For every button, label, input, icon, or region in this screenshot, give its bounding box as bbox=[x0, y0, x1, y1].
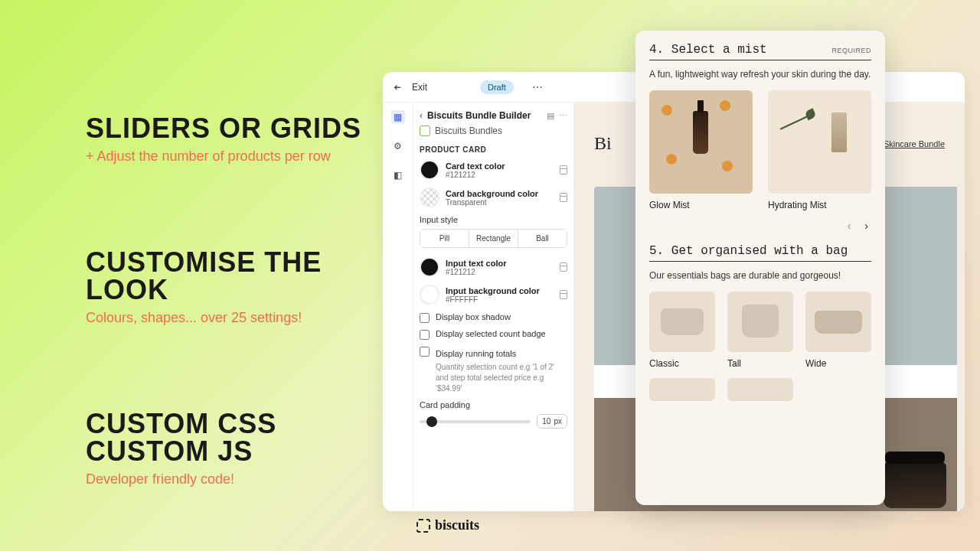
step-5-desc: Our essentials bags are durable and gorg… bbox=[649, 269, 871, 282]
input-style-segment: Pill Rectangle Ball bbox=[420, 229, 567, 248]
sub-1: + Adjust the number of products per row bbox=[86, 148, 377, 165]
product-image bbox=[649, 90, 753, 194]
exit-icon: ➜ bbox=[394, 82, 401, 93]
editor-side-tabs: ▦ ⚙ ◧ bbox=[383, 103, 413, 511]
exit-button[interactable]: Exit bbox=[412, 82, 427, 93]
dynamic-source-icon[interactable] bbox=[560, 262, 567, 272]
step-5-title: 5. Get organised with a bag bbox=[649, 244, 848, 258]
color-swatch-icon bbox=[420, 187, 439, 207]
bag-card-partial[interactable] bbox=[727, 378, 793, 401]
dynamic-source-icon[interactable] bbox=[560, 290, 567, 299]
headline-3a: CUSTOM CSS bbox=[86, 410, 377, 438]
count-badge-checkbox[interactable] bbox=[420, 330, 430, 340]
back-icon[interactable]: ‹ bbox=[420, 110, 423, 121]
sub-3: Developer friendly code! bbox=[86, 471, 377, 487]
marketing-copy: SLIDERS OR GRIDS + Adjust the number of … bbox=[86, 115, 377, 487]
draft-badge[interactable]: Draft bbox=[480, 80, 514, 94]
card-text-color-row[interactable]: Card text color #121212 bbox=[420, 160, 567, 180]
padding-input[interactable]: 10px bbox=[537, 414, 567, 429]
sub-2: Colours, shapes... over 25 settings! bbox=[86, 310, 377, 326]
mobile-preview-card: 4. Select a mist REQUIRED A fun, lightwe… bbox=[635, 31, 885, 505]
card-padding-label: Card padding bbox=[420, 400, 567, 409]
preview-breadcrumb[interactable]: Skincare Bundle bbox=[884, 139, 945, 148]
bag-card-wide[interactable]: Wide bbox=[805, 292, 871, 370]
headline-2: CUSTOMISE THE LOOK bbox=[86, 249, 377, 304]
apps-tab-icon[interactable]: ◧ bbox=[391, 168, 405, 182]
settings-panel: ‹ Biscuits Bundle Builder ▤ ⋯ Biscuits B… bbox=[413, 103, 574, 511]
product-jar-graphic bbox=[884, 462, 946, 508]
bag-card-tall[interactable]: Tall bbox=[727, 292, 793, 370]
bag-card-classic[interactable]: Classic bbox=[649, 292, 715, 370]
product-card-hydrating[interactable]: Hydrating Mist bbox=[768, 90, 871, 210]
padding-slider[interactable] bbox=[420, 420, 531, 423]
product-image bbox=[768, 90, 871, 194]
dynamic-source-icon[interactable] bbox=[560, 193, 567, 202]
product-card-glow[interactable]: Glow Mist bbox=[649, 90, 753, 210]
input-style-pill[interactable]: Pill bbox=[420, 230, 469, 247]
sections-tab-icon[interactable]: ▦ bbox=[391, 110, 405, 124]
headline-1: SLIDERS OR GRIDS bbox=[86, 115, 377, 142]
color-swatch-icon bbox=[420, 257, 439, 277]
required-badge: REQUIRED bbox=[831, 47, 871, 54]
card-bg-color-row[interactable]: Card background color Transparent bbox=[420, 187, 567, 207]
color-swatch-icon bbox=[420, 160, 439, 180]
collapse-icon[interactable]: ▤ bbox=[547, 111, 554, 121]
step-4-title: 4. Select a mist bbox=[649, 43, 767, 57]
preview-store-title: Bi bbox=[594, 133, 612, 154]
color-swatch-icon bbox=[420, 285, 439, 305]
headline-3b: CUSTOM JS bbox=[86, 438, 377, 465]
block-icon bbox=[420, 126, 430, 136]
panel-more-icon[interactable]: ⋯ bbox=[559, 111, 567, 121]
section-heading: PRODUCT CARD bbox=[420, 145, 567, 154]
running-totals-checkbox[interactable] bbox=[420, 347, 430, 357]
carousel-prev-icon[interactable]: ‹ bbox=[848, 220, 851, 232]
input-bg-color-row[interactable]: Input background color #FFFFFF bbox=[420, 285, 567, 305]
block-name[interactable]: Biscuits Bundles bbox=[435, 126, 502, 136]
more-icon[interactable]: ⋯ bbox=[532, 81, 543, 93]
box-shadow-checkbox[interactable] bbox=[420, 313, 430, 323]
bag-card-partial[interactable] bbox=[649, 378, 715, 401]
input-style-label: Input style bbox=[420, 215, 567, 224]
carousel-next-icon[interactable]: › bbox=[864, 220, 868, 232]
input-style-rectangle[interactable]: Rectangle bbox=[469, 230, 518, 247]
panel-title: Biscuits Bundle Builder bbox=[427, 110, 542, 121]
dynamic-source-icon[interactable] bbox=[560, 165, 567, 174]
input-text-color-row[interactable]: Input text color #121212 bbox=[420, 257, 567, 277]
biscuits-logo: biscuits bbox=[416, 517, 479, 533]
settings-tab-icon[interactable]: ⚙ bbox=[391, 139, 405, 153]
input-style-ball[interactable]: Ball bbox=[518, 230, 567, 247]
logo-icon bbox=[416, 519, 430, 533]
step-4-desc: A fun, lightweight way refresh your skin… bbox=[649, 68, 871, 81]
